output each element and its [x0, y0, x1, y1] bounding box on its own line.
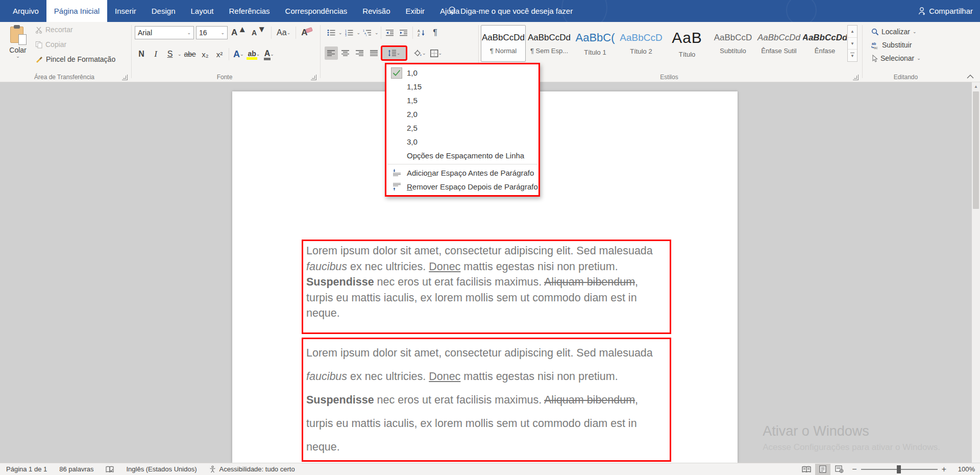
- grow-font-button[interactable]: A▲: [230, 26, 248, 39]
- tab-design[interactable]: Design: [144, 0, 183, 22]
- format-painter-button[interactable]: Pincel de Formatação: [33, 54, 118, 65]
- shrink-font-button[interactable]: A▼: [250, 26, 267, 39]
- underline-dropdown-arrow[interactable]: ⌄: [178, 52, 182, 57]
- font-dialog-launcher[interactable]: [311, 75, 316, 80]
- accessibility-status[interactable]: Acessibilidade: tudo certo: [203, 465, 301, 473]
- clipboard-dialog-launcher[interactable]: [122, 75, 128, 80]
- menu-item-spacing-1-0[interactable]: 1,0: [386, 66, 538, 80]
- menu-item-spacing-3-0[interactable]: 3,0: [386, 135, 538, 149]
- line-spacing-button[interactable]: ⌄: [382, 46, 406, 60]
- shading-button[interactable]: ⌄: [411, 46, 428, 60]
- align-left-button[interactable]: [325, 46, 338, 60]
- word-count[interactable]: 86 palavras: [53, 465, 100, 473]
- style-preview: AaB: [672, 29, 702, 46]
- zoom-out-button[interactable]: −: [852, 465, 856, 474]
- show-marks-button[interactable]: ¶: [429, 26, 442, 39]
- tab-revisão[interactable]: Revisão: [355, 0, 398, 22]
- multilevel-list-button[interactable]: 1ai: [361, 26, 374, 39]
- tab-página-inicial[interactable]: Página Inicial: [46, 0, 107, 22]
- tab-inserir[interactable]: Inserir: [107, 0, 144, 22]
- tab-arquivo[interactable]: Arquivo: [5, 0, 46, 22]
- menu-item-spacing-1-5[interactable]: 1,5: [386, 93, 538, 107]
- italic-button[interactable]: I: [149, 48, 162, 61]
- highlight-button[interactable]: ab⌄: [246, 48, 261, 61]
- share-button[interactable]: Compartilhar: [918, 0, 973, 22]
- print-layout-button[interactable]: [815, 464, 830, 475]
- text-run-underline: Donec: [429, 370, 460, 383]
- copy-button[interactable]: Copiar: [33, 39, 69, 50]
- menu-item-spacing-1-15[interactable]: 1,15: [386, 80, 538, 93]
- cut-button[interactable]: Recortar: [33, 24, 76, 35]
- style-card-título-2[interactable]: AaBbCcDTítulo 2: [619, 25, 664, 62]
- style-card-título-1[interactable]: AaBbC(Título 1: [573, 25, 618, 62]
- font-color-button[interactable]: A⌄: [262, 48, 276, 61]
- select-button[interactable]: Selecionar⌄: [869, 53, 923, 64]
- numbering-button[interactable]: 123: [343, 26, 356, 39]
- superscript-button[interactable]: x²: [213, 48, 226, 61]
- subscript-button[interactable]: x₂: [199, 48, 212, 61]
- paste-button[interactable]: Colar ⌄: [5, 25, 31, 74]
- menu-item-spacing-2-5[interactable]: 2,5: [386, 121, 538, 135]
- zoom-slider[interactable]: − +: [852, 465, 946, 474]
- proofing-status[interactable]: [100, 466, 120, 473]
- style-preview: AaBbCcD: [714, 33, 752, 43]
- tab-correspondências[interactable]: Correspondências: [278, 0, 355, 22]
- find-button[interactable]: Localizar⌄: [869, 26, 919, 37]
- bullets-dropdown-arrow[interactable]: ⌄: [338, 31, 342, 35]
- paste-dropdown-arrow[interactable]: ⌄: [5, 54, 31, 59]
- justify-button[interactable]: [368, 46, 381, 60]
- language-indicator[interactable]: Inglês (Estados Unidos): [120, 465, 203, 473]
- align-left-icon: [327, 50, 335, 57]
- scroll-up-arrow[interactable]: ▲: [972, 82, 980, 90]
- style-name: Título: [679, 51, 696, 58]
- menu-item-remove-space-after[interactable]: Remover Espaço Depois de Parágrafo: [386, 180, 538, 194]
- scrollbar-thumb[interactable]: [973, 91, 979, 209]
- style-card-ênfase[interactable]: AaBbCcDdÊnfase: [802, 25, 847, 62]
- tab-referências[interactable]: Referências: [222, 0, 278, 22]
- tellme-box[interactable]: Diga-me o que você deseja fazer: [448, 0, 573, 22]
- strikethrough-button[interactable]: abe: [183, 48, 198, 61]
- style-card-normal[interactable]: AaBbCcDd¶ Normal: [481, 25, 526, 62]
- bullets-button[interactable]: [325, 26, 338, 39]
- menu-item-line-spacing-options[interactable]: Opções de Espaçamento de Linha: [386, 149, 538, 162]
- styles-gallery-more-button[interactable]: ▼: [848, 50, 857, 61]
- style-card-título[interactable]: AaBTítulo: [665, 25, 709, 62]
- zoom-slider-knob[interactable]: [897, 465, 901, 473]
- web-layout-button[interactable]: [831, 464, 847, 475]
- styles-dialog-launcher[interactable]: [853, 75, 859, 80]
- underline-button[interactable]: S: [163, 48, 177, 61]
- font-name-combo[interactable]: Arial⌄: [135, 26, 194, 39]
- zoom-level[interactable]: 100%: [951, 465, 975, 473]
- tab-layout[interactable]: Layout: [183, 0, 221, 22]
- clear-formatting-button[interactable]: A: [300, 26, 314, 39]
- styles-scroll-down-button[interactable]: ▼: [848, 38, 857, 50]
- collapse-ribbon-button[interactable]: [967, 75, 974, 79]
- sort-button[interactable]: AZ: [415, 26, 428, 39]
- font-size-combo[interactable]: 16⌄: [196, 26, 228, 39]
- style-card-subtítulo[interactable]: AaBbCcDSubtítulo: [710, 25, 755, 62]
- style-card-sem-esp[interactable]: AaBbCcDd¶ Sem Esp...: [527, 25, 572, 62]
- bold-button[interactable]: N: [135, 48, 148, 61]
- borders-button[interactable]: ⌄: [429, 46, 444, 60]
- zoom-in-button[interactable]: +: [942, 465, 946, 474]
- page-indicator[interactable]: Página 1 de 1: [0, 465, 53, 473]
- multilevel-dropdown-arrow[interactable]: ⌄: [375, 31, 379, 35]
- align-right-button[interactable]: [353, 46, 366, 60]
- add-space-before-icon: [393, 169, 401, 177]
- text-effects-button[interactable]: A⌄: [232, 48, 246, 61]
- read-mode-button[interactable]: [799, 464, 814, 475]
- align-center-button[interactable]: [339, 46, 352, 60]
- style-card-ênfase-sutil[interactable]: AaBbCcDdÊnfase Sutil: [756, 25, 801, 62]
- numbering-dropdown-arrow[interactable]: ⌄: [357, 31, 361, 35]
- decrease-indent-button[interactable]: [383, 26, 397, 39]
- vertical-scrollbar[interactable]: ▲: [972, 82, 980, 463]
- proofing-book-icon: [106, 466, 114, 473]
- menu-item-add-space-before[interactable]: Adicionar Espaço Antes de Parágrafo: [386, 166, 538, 180]
- styles-scroll-up-button[interactable]: ▲: [848, 26, 857, 38]
- copy-label: Copiar: [45, 40, 66, 49]
- increase-indent-button[interactable]: [397, 26, 410, 39]
- menu-item-spacing-2-0[interactable]: 2,0: [386, 107, 538, 121]
- replace-button[interactable]: abac Substituir: [869, 39, 914, 51]
- tab-exibir[interactable]: Exibir: [398, 0, 433, 22]
- change-case-button[interactable]: Aa⌄: [275, 26, 292, 39]
